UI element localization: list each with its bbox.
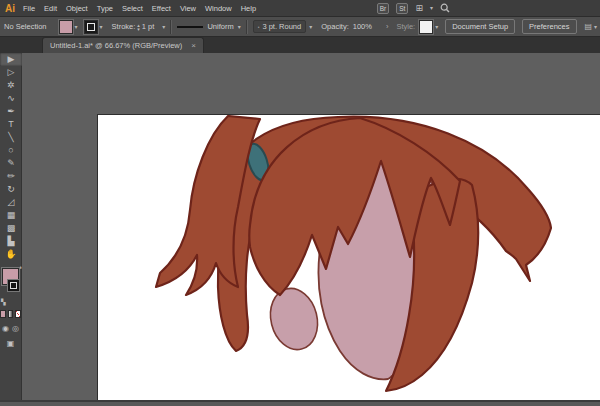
rotate-tool[interactable]: ↻ [0,183,22,196]
fill-chevron-down-icon[interactable]: ▾ [75,24,78,30]
style-chevron-down-icon[interactable]: ▾ [435,24,438,30]
ellipse-tool[interactable]: ○ [0,144,22,157]
menu-item-file[interactable]: File [23,4,35,13]
style-swatch[interactable] [419,20,433,34]
menu-item-type[interactable]: Type [97,4,113,13]
paintbrush-tool[interactable]: ✎ [0,157,22,170]
menu-item-window[interactable]: Window [205,4,232,13]
stroke-weight-stepper[interactable]: ▴▾ [137,23,140,31]
workspace-chevron-down-icon[interactable]: ▾ [430,5,433,11]
ellipse-tool-icon: ○ [8,145,13,155]
opacity-expand-icon[interactable]: › [386,22,389,31]
app-bar-right: Br St ⊞ ▾ [377,3,450,14]
canvas-artwork [98,115,600,400]
column-graph-tool[interactable]: ▙ [0,235,22,248]
type-tool[interactable]: T [0,118,22,131]
menu-item-select[interactable]: Select [122,4,143,13]
menu-item-object[interactable]: Object [66,4,88,13]
stock-button[interactable]: St [396,3,408,14]
divider [170,20,172,34]
scale-tool[interactable]: ◿ [0,196,22,209]
menu-item-view[interactable]: View [180,4,196,13]
menu-item-help[interactable]: Help [241,4,256,13]
stroke-color-swatch[interactable] [84,20,98,34]
brush-chevron-down-icon[interactable]: ▾ [309,24,312,30]
document-tab[interactable]: Untitled-1.ai* @ 66.67% (RGB/Preview) × [42,37,204,53]
document-setup-button[interactable]: Document Setup [445,19,515,34]
drawing-mode-buttons: ◉ ◎ [0,324,21,333]
panel-options-chevron-down-icon[interactable]: ▾ [594,24,597,30]
ear-shape[interactable] [264,283,324,354]
stroke-weight-chevron-down-icon[interactable]: ▾ [162,24,165,30]
column-graph-tool-icon: ▙ [8,236,15,246]
menu-bar: Ai File Edit Object Type Select Effect V… [0,0,600,17]
opacity-value[interactable]: 100% [353,22,372,31]
draw-normal-icon[interactable]: ◉ [2,324,9,333]
magic-wand-tool[interactable]: ✲ [0,79,22,92]
pen-tool[interactable]: ✒ [0,105,22,118]
close-icon[interactable]: × [191,42,196,50]
document-title: Untitled-1.ai* @ 66.67% (RGB/Preview) [50,41,182,50]
screen-mode-button[interactable]: ▣ [0,339,21,348]
pencil-tool[interactable]: ✏ [0,170,22,183]
menu-item-effect[interactable]: Effect [152,4,171,13]
draw-behind-icon[interactable]: ◎ [12,324,19,333]
none-button[interactable] [15,310,21,318]
direct-selection-tool-icon: ▷ [8,67,15,77]
workspace-switcher-icon[interactable]: ⊞ [415,4,423,13]
selection-tool-icon: ▶ [8,54,15,64]
variable-width-value[interactable]: Uniform [207,22,233,31]
fill-color-swatch[interactable] [59,20,73,34]
hand-tool[interactable]: ✋ [0,248,22,261]
brush-value: 3 pt. Round [262,22,301,31]
mesh-tool[interactable]: ▩ [0,222,22,235]
fill-stroke-control: ⇄ ▚ [0,266,22,302]
style-label: Style: [396,22,415,31]
pen-tool-icon: ✒ [7,106,15,116]
lasso-tool-icon: ∿ [7,93,15,103]
brush-definition-dropdown[interactable]: • 3 pt. Round [253,20,307,33]
lasso-tool[interactable]: ∿ [0,92,22,105]
mesh-tool-icon: ▩ [7,223,16,233]
default-fill-stroke-icon[interactable]: ▚ [1,298,6,305]
line-segment-tool-icon: ╲ [8,132,13,142]
illustrator-logo-icon: Ai [5,3,15,14]
search-icon[interactable] [440,3,450,13]
gradient-button[interactable] [8,310,14,318]
menu-item-edit[interactable]: Edit [44,4,57,13]
workspace: ▶ ▷ ✲ ∿ ✒ T ╲ ○ ✎ ✏ ↻ ◿ ▦ ▩ ▙ ✋ ⇄ ▚ ◉ ◎ … [0,53,600,406]
stroke-weight-label: Stroke: [112,22,136,31]
variable-width-chevron-down-icon[interactable]: ▾ [238,24,241,30]
scale-tool-icon: ◿ [8,197,15,207]
rotate-tool-icon: ↻ [7,184,15,194]
toolbar-stroke-swatch[interactable] [8,280,19,291]
opacity-label: Opacity: [321,22,349,31]
document-tab-bar: Untitled-1.ai* @ 66.67% (RGB/Preview) × [0,37,600,53]
artboard-bottom-edge [0,400,600,406]
stroke-weight-value[interactable]: 1 pt [142,22,155,31]
panel-options-icon[interactable]: ▤ [585,22,593,31]
divider [246,20,248,34]
bridge-button[interactable]: Br [377,3,390,14]
line-segment-tool[interactable]: ╲ [0,131,22,144]
stroke-chevron-down-icon[interactable]: ▾ [100,24,103,30]
preferences-button[interactable]: Preferences [522,19,576,34]
tools-panel: ▶ ▷ ✲ ∿ ✒ T ╲ ○ ✎ ✏ ↻ ◿ ▦ ▩ ▙ ✋ ⇄ ▚ ◉ ◎ … [0,53,22,406]
brush-dot-icon: • [258,24,260,30]
type-tool-icon: T [8,119,14,129]
direct-selection-tool[interactable]: ▷ [0,66,22,79]
magic-wand-tool-icon: ✲ [7,80,15,90]
selection-tool[interactable]: ▶ [0,53,22,66]
artboard[interactable] [97,114,600,400]
screen-mode-icon: ▣ [7,339,15,348]
color-type-buttons [0,310,21,318]
paintbrush-tool-icon: ✎ [7,158,15,168]
selection-status-label: No Selection [4,22,47,31]
pencil-tool-icon: ✏ [7,171,15,181]
hand-tool-icon: ✋ [5,249,16,259]
perspective-grid-tool-icon: ▦ [7,210,16,220]
perspective-grid-tool[interactable]: ▦ [0,209,22,222]
variable-width-profile-icon [177,26,203,28]
color-button[interactable] [0,310,6,318]
control-bar: No Selection ▾ ▾ Stroke: ▴▾ 1 pt ▾ Unifo… [0,17,600,37]
